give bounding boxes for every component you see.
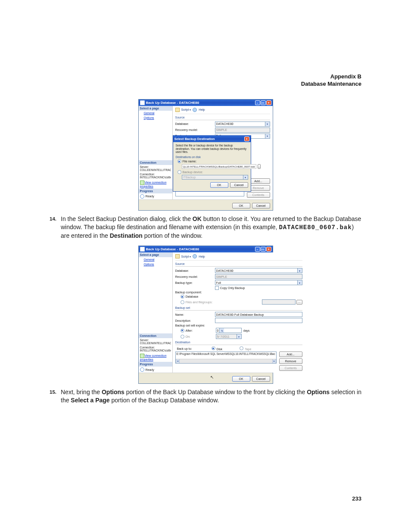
horizontal-scrollbar[interactable]: ◂▸ <box>176 359 276 363</box>
minimize-button-2[interactable]: – <box>255 247 260 252</box>
on-date-field: 5/ 7/2011▾ <box>216 334 242 339</box>
after-days-input[interactable]: 0⇅ <box>216 328 242 333</box>
sidebar-connection-value: Connection: INTELLITRACKINC\csilbeng <box>139 172 172 180</box>
files-filegroups-label: Files and filegroups: <box>186 301 213 304</box>
remove-destination-button-2[interactable]: Remove <box>279 358 302 364</box>
progress-ready-label-2: Ready <box>146 368 154 371</box>
appendix-title: Appendix B <box>50 73 361 81</box>
sidebar-progress: Ready <box>139 193 172 199</box>
window-title-2: Back Up Database - DATACHE80 <box>146 247 199 251</box>
dialog-close-button[interactable]: × <box>244 137 249 141</box>
database-select-2[interactable]: DATACHE80▾ <box>215 268 302 273</box>
ok-button[interactable]: OK <box>232 203 250 208</box>
progress-icon <box>140 194 144 199</box>
panel-toolbar: Script ▾ Help <box>175 108 270 114</box>
contents-button-2[interactable]: Contents <box>279 365 302 371</box>
chevron-down-icon: ▾ <box>243 175 248 179</box>
dialog-section-label: Destinations on disk <box>176 156 248 159</box>
recovery-model-label: Recovery model: <box>175 128 215 131</box>
file-name-field[interactable]: QL10.INTELLITRACK\MSSQL\Backup\DATACHE80… <box>182 164 256 169</box>
add-destination-button-2[interactable]: Add... <box>279 352 302 357</box>
sidebar-progress-header: Progress <box>139 189 172 193</box>
files-filegroups-radio[interactable] <box>181 300 184 304</box>
connection-label: Connection: <box>140 173 171 176</box>
browse-button[interactable]: ... <box>258 164 261 169</box>
backup-type-select-2[interactable]: Full▾ <box>215 280 302 285</box>
after-radio[interactable] <box>181 329 184 333</box>
backup-set-section: Backup set <box>175 306 302 309</box>
dialog-ok-button[interactable]: OK <box>210 182 228 188</box>
window-sidebar: Select a page General Options Connection… <box>139 106 173 199</box>
on-label: On: <box>186 335 197 338</box>
view-connection-properties-link[interactable]: View connection properties <box>139 180 172 189</box>
properties-icon <box>140 354 144 358</box>
window-titlebar: Back Up Database - DATACHE80 – ▭ × <box>139 100 273 106</box>
chevron-down-icon: ▾ <box>237 334 241 339</box>
database-radio-label: Database <box>186 295 199 298</box>
backup-set-name-field[interactable]: DATACHE80-Full Database Backup <box>215 312 302 317</box>
progress-ready-label: Ready <box>146 195 154 198</box>
script-dropdown[interactable]: Script ▾ <box>181 108 191 111</box>
script-dropdown-2[interactable]: Script ▾ <box>181 255 191 258</box>
backup-set-expire-label: Backup set will expire: <box>175 324 215 327</box>
chevron-down-icon: ▾ <box>265 122 270 126</box>
backup-set-description-field[interactable] <box>215 318 302 323</box>
app-icon <box>140 100 145 105</box>
page-number: 233 <box>352 495 361 502</box>
help-button-2[interactable]: Help <box>199 255 205 258</box>
maximize-button[interactable]: ▭ <box>261 100 266 105</box>
dialog-cancel-button[interactable]: Cancel <box>230 182 248 188</box>
file-name-radio[interactable] <box>177 159 181 163</box>
database-select[interactable]: DATACHE80▾ <box>215 121 270 127</box>
cancel-button-2[interactable]: Cancel <box>252 376 270 382</box>
copy-only-backup-label: Copy Only Backup <box>220 286 245 289</box>
figure-2: Back Up Database - DATACHE80 – ▭ × Selec… <box>138 246 273 384</box>
sidebar-item-general[interactable]: General <box>139 111 172 115</box>
sidebar-connection-header: Connection <box>139 160 172 165</box>
close-button[interactable]: × <box>266 100 271 105</box>
sidebar-item-options-2[interactable]: Options <box>139 262 172 267</box>
dialog-title: Select Backup Destination <box>174 137 215 141</box>
app-icon <box>140 247 145 252</box>
minimize-button[interactable]: – <box>255 100 260 105</box>
contents-button[interactable]: Contents <box>247 192 270 198</box>
server-value-2: COLLEEN\INTELLITRACK <box>140 342 171 345</box>
back-up-to-label: Back up to: <box>177 347 199 350</box>
sidebar-item-options[interactable]: Options <box>139 115 172 120</box>
on-radio[interactable] <box>181 335 184 339</box>
ok-button-2[interactable]: OK <box>232 376 250 382</box>
script-icon <box>175 108 180 112</box>
cursor-icon: ↖ <box>210 375 214 380</box>
tape-radio[interactable] <box>240 346 243 350</box>
window-title: Back Up Database - DATACHE80 <box>146 100 199 104</box>
sidebar-item-general-2[interactable]: General <box>139 257 172 262</box>
backup-type-label-2: Backup type: <box>175 281 215 284</box>
help-button[interactable]: Help <box>199 108 205 111</box>
connection-value-2: INTELLITRACKINC\csilbeng <box>140 349 171 352</box>
chevron-down-icon: ▾ <box>297 268 302 273</box>
chevron-down-icon: ▾ <box>265 134 270 138</box>
database-radio[interactable] <box>181 295 184 299</box>
backup-set-description-label: Description: <box>175 319 215 322</box>
close-button-2[interactable]: × <box>266 247 271 252</box>
backup-device-radio[interactable] <box>177 170 181 174</box>
files-filegroups-browse[interactable]: ... <box>296 300 302 305</box>
backup-device-label: Backup device: <box>183 171 203 174</box>
scroll-right-icon[interactable]: ▸ <box>272 359 276 363</box>
step-15-number: 15. <box>50 388 61 404</box>
figure-1: Back Up Database - DATACHE80 – ▭ × Selec… <box>138 99 273 211</box>
copy-only-backup-checkbox[interactable] <box>215 286 219 290</box>
view-connection-properties-link-2[interactable]: View connection properties <box>139 353 172 362</box>
destination-listbox-2[interactable]: E:\Program Files\Microsoft SQL Server\MS… <box>175 352 277 364</box>
cancel-button[interactable]: Cancel <box>252 203 270 208</box>
scroll-left-icon[interactable]: ◂ <box>176 359 180 363</box>
disk-radio[interactable] <box>212 346 215 350</box>
maximize-button-2[interactable]: ▭ <box>261 247 266 252</box>
chevron-down-icon: ▾ <box>297 280 302 285</box>
step-14: 14. In the Select Backup Destination dia… <box>50 215 361 240</box>
database-label-2: Database: <box>175 269 215 272</box>
source-section-2: Source <box>175 262 302 265</box>
destination-path-item: E:\Program Files\Microsoft SQL Server\MS… <box>177 352 275 355</box>
spinner-icon: ⇅ <box>219 328 224 333</box>
backup-database-window-2: Back Up Database - DATACHE80 – ▭ × Selec… <box>138 246 273 384</box>
